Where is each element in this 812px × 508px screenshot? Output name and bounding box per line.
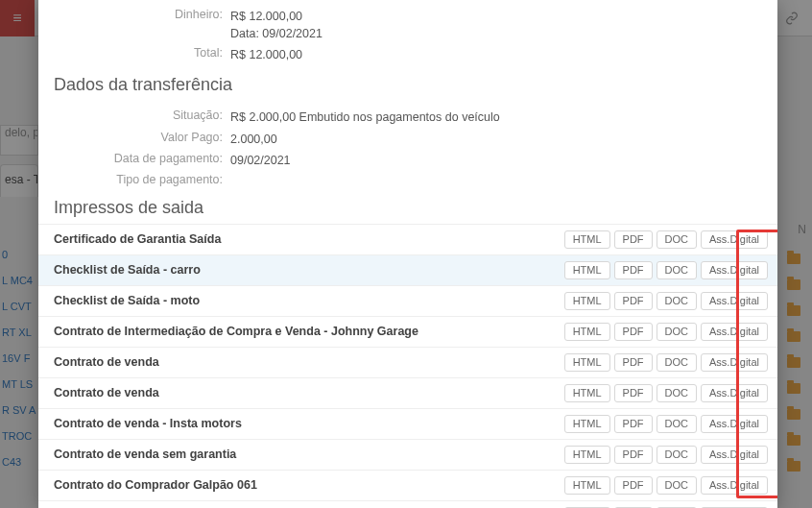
total-label: Total: <box>38 46 230 60</box>
doc-button[interactable]: DOC <box>657 353 697 372</box>
data-pag-value: 09/02/2021 <box>230 152 291 169</box>
pdf-button[interactable]: PDF <box>614 353 653 372</box>
document-row: Contrato de venda sem garantiaHTMLPDFDOC… <box>38 439 777 470</box>
pdf-button[interactable]: PDF <box>614 446 653 464</box>
html-button[interactable]: HTML <box>564 446 610 464</box>
doc-button[interactable]: DOC <box>657 323 697 341</box>
ass-digital-button[interactable]: Ass.Digital <box>701 230 768 249</box>
pdf-button[interactable]: PDF <box>614 415 653 433</box>
ass-digital-button[interactable]: Ass.Digital <box>701 446 768 464</box>
section-title-prints: Impressos de saida <box>38 188 777 224</box>
dinheiro-value: R$ 12.000,00 Data: 09/02/2021 <box>230 8 322 42</box>
html-button[interactable]: HTML <box>564 292 610 310</box>
situacao-value: R$ 2.000,00 Embutido nos pagamentos do v… <box>230 109 500 126</box>
pdf-button[interactable]: PDF <box>614 384 653 402</box>
pdf-button[interactable]: PDF <box>614 230 653 249</box>
html-button[interactable]: HTML <box>564 261 610 279</box>
doc-button[interactable]: DOC <box>657 384 697 402</box>
document-name: Contrato de venda sem garantia <box>54 448 564 461</box>
ass-digital-button[interactable]: Ass.Digital <box>701 476 768 495</box>
ass-digital-button[interactable]: Ass.Digital <box>701 323 768 341</box>
valor-label: Valor Pago: <box>38 131 230 144</box>
dinheiro-label: Dinheiro: <box>38 8 230 21</box>
payment-summary: Dinheiro: R$ 12.000,00 Data: 09/02/2021 … <box>38 0 777 65</box>
document-row: Contrato de vendaHTMLPDFDOCAss.Digital <box>38 347 777 377</box>
document-name: Contrato do Comprador Galpão 061 <box>54 478 564 492</box>
valor-value: 2.000,00 <box>230 131 277 148</box>
document-name: Contrato de venda <box>54 386 564 399</box>
tipo-pag-label: Tipo de pagamento: <box>38 173 230 186</box>
doc-button[interactable]: DOC <box>657 415 697 433</box>
doc-button[interactable]: DOC <box>657 446 697 464</box>
html-button[interactable]: HTML <box>564 476 610 495</box>
pdf-button[interactable]: PDF <box>614 292 653 310</box>
pdf-button[interactable]: PDF <box>614 323 653 341</box>
doc-button[interactable]: DOC <box>657 292 697 310</box>
document-row: Checklist de Saída - carroHTMLPDFDOCAss.… <box>38 254 777 285</box>
data-pag-label: Data de pagamento: <box>38 152 230 165</box>
html-button[interactable]: HTML <box>564 353 610 372</box>
document-row: Contrato do Comprador Galpão 061HTMLPDFD… <box>38 470 777 500</box>
document-name: Contrato de Intermediação de Compra e Ve… <box>54 325 564 338</box>
document-row: Contrato de venda - Insta motorsHTMLPDFD… <box>38 408 777 439</box>
document-name: Checklist de Saída - moto <box>54 294 564 307</box>
document-row: Contrato de vendaHTMLPDFDOCAss.Digital <box>38 377 777 408</box>
ass-digital-button[interactable]: Ass.Digital <box>701 353 768 372</box>
ass-digital-button[interactable]: Ass.Digital <box>701 384 768 402</box>
html-button[interactable]: HTML <box>564 230 610 249</box>
html-button[interactable]: HTML <box>564 384 610 402</box>
document-row: Checklist de Saída - motoHTMLPDFDOCAss.D… <box>38 285 777 316</box>
document-name: Contrato de venda - Insta motors <box>54 417 564 430</box>
total-value: R$ 12.000,00 <box>230 46 302 63</box>
document-row: Declaração de veículos financiados fora … <box>38 500 777 508</box>
doc-button[interactable]: DOC <box>657 261 697 279</box>
doc-button[interactable]: DOC <box>657 230 697 249</box>
documents-list: Certificado de Garantia SaídaHTMLPDFDOCA… <box>38 224 777 508</box>
document-name: Checklist de Saída - carro <box>54 263 564 277</box>
document-name: Certificado de Garantia Saída <box>54 232 564 246</box>
pdf-button[interactable]: PDF <box>614 476 653 495</box>
document-row: Certificado de Garantia SaídaHTMLPDFDOCA… <box>38 224 777 254</box>
ass-digital-button[interactable]: Ass.Digital <box>701 261 768 279</box>
pdf-button[interactable]: PDF <box>614 261 653 279</box>
section-title-transfer: Dados da transferência <box>38 65 777 101</box>
transfer-details: Situação: R$ 2.000,00 Embutido nos pagam… <box>38 101 777 187</box>
html-button[interactable]: HTML <box>564 415 610 433</box>
document-row: Contrato de Intermediação de Compra e Ve… <box>38 316 777 347</box>
doc-button[interactable]: DOC <box>657 476 697 495</box>
situacao-label: Situação: <box>38 109 230 122</box>
document-name: Contrato de venda <box>54 355 564 369</box>
modal: Dinheiro: R$ 12.000,00 Data: 09/02/2021 … <box>38 0 777 508</box>
ass-digital-button[interactable]: Ass.Digital <box>701 415 768 433</box>
html-button[interactable]: HTML <box>564 323 610 341</box>
ass-digital-button[interactable]: Ass.Digital <box>701 292 768 310</box>
